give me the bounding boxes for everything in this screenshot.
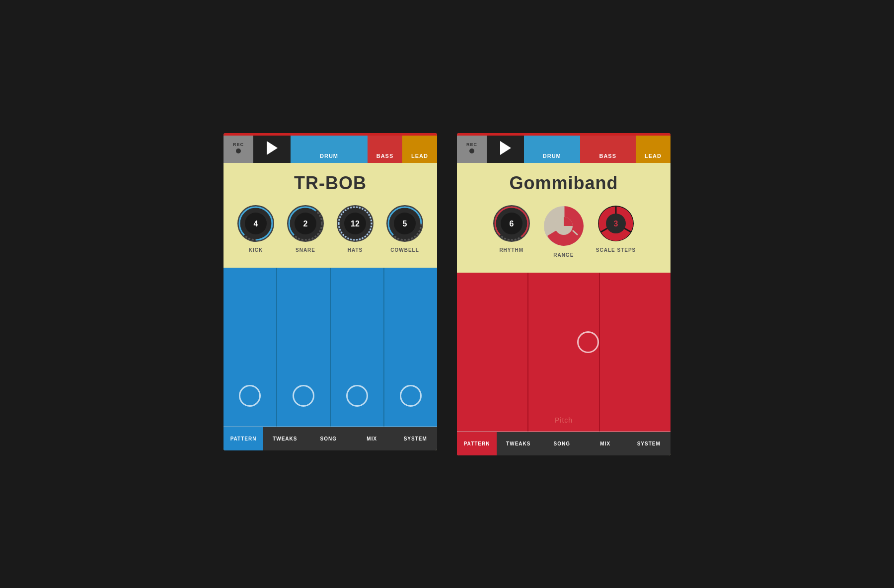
trbob-drum-tab[interactable]: DRUM bbox=[291, 133, 368, 163]
gommi-system-tab[interactable]: SYSTEM bbox=[627, 432, 671, 455]
apps-container: REC DRUM BASS LEAD TR-BOB bbox=[224, 133, 670, 455]
hats-label: HATS bbox=[348, 247, 363, 253]
trbob-knobs-row: 4 KICK 2 bbox=[236, 204, 425, 253]
cowbell-knob-container: 5 COWBELL bbox=[385, 204, 425, 253]
trbob-rec-label: REC bbox=[233, 142, 244, 147]
trbob-play-icon bbox=[267, 141, 278, 155]
snare-label: SNARE bbox=[296, 247, 315, 253]
trbob-bottom-bar: PATTERN TWEAKS SONG MIX SYSTEM bbox=[224, 427, 437, 450]
gommi-content: Gommiband 6 RHYTHM bbox=[457, 163, 670, 273]
rhythm-knob[interactable]: 6 bbox=[492, 204, 531, 243]
trbob-pad-3[interactable] bbox=[331, 268, 384, 427]
gommi-bass-tab[interactable]: BASS bbox=[580, 133, 636, 163]
scale-steps-knob[interactable]: 3 bbox=[596, 204, 636, 243]
trbob-pad-circle-4 bbox=[400, 385, 422, 407]
trbob-mix-tab[interactable]: MIX bbox=[350, 427, 394, 450]
gommi-knobs-row: 6 RHYTHM bbox=[492, 204, 636, 258]
svg-text:2: 2 bbox=[303, 220, 308, 228]
range-knob-container: RANGE bbox=[541, 204, 586, 258]
gommi-pattern-tab[interactable]: PATTERN bbox=[457, 432, 497, 455]
svg-text:5: 5 bbox=[403, 220, 407, 228]
gommi-rec-label: REC bbox=[466, 142, 477, 147]
gommi-pitch-label: Pitch bbox=[457, 416, 670, 424]
gommi-title: Gommiband bbox=[509, 173, 618, 194]
snare-knob[interactable]: 2 bbox=[286, 204, 325, 243]
svg-text:6: 6 bbox=[509, 220, 514, 228]
trbob-pad-1[interactable] bbox=[224, 268, 277, 427]
range-label: RANGE bbox=[553, 252, 574, 258]
gommi-pad-circle bbox=[577, 331, 599, 353]
trbob-song-tab[interactable]: SONG bbox=[307, 427, 351, 450]
trbob-pad-2[interactable] bbox=[277, 268, 331, 427]
trbob-tweaks-tab[interactable]: TWEAKS bbox=[263, 427, 307, 450]
trbob-pad-circle-2 bbox=[293, 385, 314, 407]
kick-knob-container: 4 KICK bbox=[236, 204, 276, 253]
hats-knob[interactable]: 12 bbox=[335, 204, 375, 243]
gommi-mix-tab[interactable]: MIX bbox=[584, 432, 627, 455]
trbob-pad-circle-3 bbox=[346, 385, 368, 407]
kick-label: KICK bbox=[249, 247, 263, 253]
gommi-play-icon bbox=[500, 141, 511, 155]
trbob-play-button[interactable] bbox=[253, 133, 291, 163]
gommi-lead-tab[interactable]: LEAD bbox=[636, 133, 670, 163]
cowbell-knob[interactable]: 5 bbox=[385, 204, 425, 243]
gommi-top-bar: REC DRUM BASS LEAD bbox=[457, 133, 670, 163]
trbob-top-bar: REC DRUM BASS LEAD bbox=[224, 133, 437, 163]
snare-knob-container: 2 SNARE bbox=[286, 204, 325, 253]
trbob-title: TR-BOB bbox=[294, 173, 367, 194]
gommi-bottom-bar: PATTERN TWEAKS SONG MIX SYSTEM bbox=[457, 432, 670, 455]
gommi-rec-dot bbox=[469, 148, 474, 153]
trbob-panel: REC DRUM BASS LEAD TR-BOB bbox=[224, 133, 437, 450]
gommi-song-tab[interactable]: SONG bbox=[540, 432, 584, 455]
svg-text:3: 3 bbox=[614, 220, 618, 228]
svg-text:4: 4 bbox=[254, 220, 258, 228]
gommi-pad-area: Pitch bbox=[457, 273, 670, 432]
gommi-pad-1[interactable] bbox=[457, 273, 528, 432]
range-knob[interactable] bbox=[541, 204, 586, 248]
gommi-tweaks-tab[interactable]: TWEAKS bbox=[497, 432, 540, 455]
trbob-pad-4[interactable] bbox=[384, 268, 437, 427]
gommi-pad-2[interactable] bbox=[528, 273, 600, 432]
scale-steps-knob-container: 3 SCALE STEPS bbox=[596, 204, 636, 258]
trbob-rec-dot bbox=[236, 148, 241, 153]
trbob-content: TR-BOB 4 bbox=[224, 163, 437, 268]
hats-knob-container: 12 HATS bbox=[335, 204, 375, 253]
trbob-pad-area bbox=[224, 268, 437, 427]
svg-text:12: 12 bbox=[351, 220, 360, 228]
gommi-play-button[interactable] bbox=[487, 133, 524, 163]
rhythm-knob-container: 6 RHYTHM bbox=[492, 204, 531, 258]
trbob-rec-button[interactable]: REC bbox=[224, 133, 253, 163]
rhythm-label: RHYTHM bbox=[499, 247, 523, 253]
kick-knob[interactable]: 4 bbox=[236, 204, 276, 243]
trbob-bass-tab[interactable]: BASS bbox=[368, 133, 402, 163]
trbob-pattern-tab[interactable]: PATTERN bbox=[224, 427, 263, 450]
gommi-pad-3[interactable] bbox=[600, 273, 670, 432]
gommi-rec-button[interactable]: REC bbox=[457, 133, 487, 163]
trbob-pad-circle-1 bbox=[239, 385, 261, 407]
trbob-system-tab[interactable]: SYSTEM bbox=[394, 427, 438, 450]
gommi-drum-tab[interactable]: DRUM bbox=[524, 133, 580, 163]
cowbell-label: COWBELL bbox=[390, 247, 419, 253]
trbob-lead-tab[interactable]: LEAD bbox=[402, 133, 437, 163]
gommi-panel: REC DRUM BASS LEAD Gommiband bbox=[457, 133, 670, 455]
scale-steps-label: SCALE STEPS bbox=[596, 247, 636, 253]
